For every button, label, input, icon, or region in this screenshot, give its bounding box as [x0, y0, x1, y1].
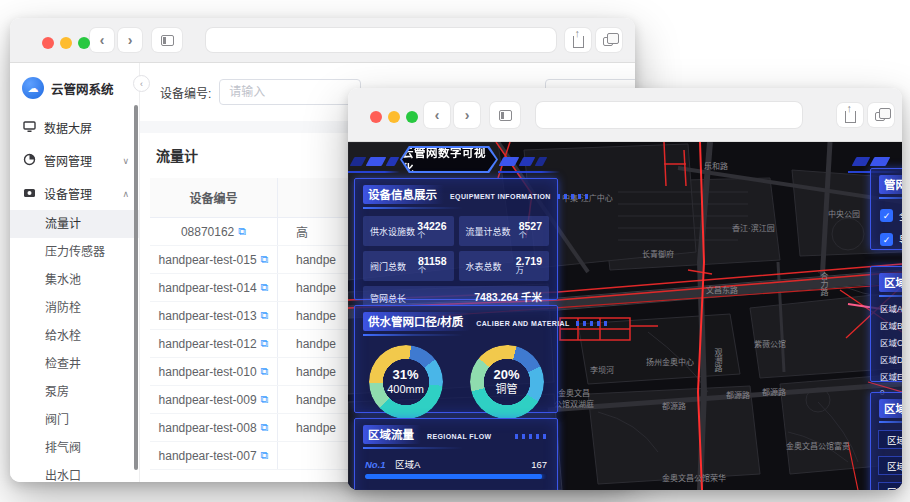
copy-icon[interactable]: ⧉ — [261, 394, 269, 405]
minimize-traffic-light[interactable] — [388, 111, 400, 123]
tabs-button[interactable] — [868, 103, 894, 127]
flow-panel-subtitle: REGIONAL FLOW — [427, 433, 492, 440]
chevron-up-icon: ∧ — [122, 189, 129, 199]
map-label: 都源路 — [762, 386, 786, 397]
legend-label: 区域C — [880, 336, 902, 348]
map-label: 李坝河 — [590, 364, 614, 375]
tabs-icon — [603, 37, 613, 46]
stat-value-wrap: 34226个 — [417, 221, 446, 240]
map-label: 金奥文昌 — [558, 387, 590, 398]
sidebar-scrollbar[interactable] — [134, 105, 138, 470]
sidebar-subitem[interactable]: 集水池 — [10, 266, 139, 294]
regional-flow-panel: 区域流量 REGIONAL FLOW No.1区域A167No.2区域C123 — [354, 418, 558, 490]
close-traffic-light[interactable] — [370, 111, 382, 123]
copy-icon[interactable]: ⧉ — [261, 422, 269, 433]
device-id-cell: handpear-test-015⧉ — [150, 253, 277, 267]
address-bar[interactable] — [206, 28, 556, 52]
legend-label: 区域A — [880, 302, 902, 314]
region-row[interactable]: 区域B — [878, 430, 902, 449]
chevron-down-icon: ∨ — [122, 156, 129, 166]
device-id-cell: handpear-test-008⧉ — [150, 421, 277, 435]
device-id-label: 设备编号: — [160, 84, 211, 101]
donut-percent: 31% — [392, 367, 418, 383]
copy-icon[interactable]: ⧉ — [261, 282, 269, 293]
copy-icon[interactable]: ⧉ — [261, 338, 269, 349]
sidebar-item-1[interactable]: 数据大屏 — [10, 111, 139, 144]
sidebar-item-label: 设备管理 — [44, 185, 92, 202]
sidebar-item-3[interactable]: 设备管理∧ — [10, 177, 139, 210]
sidebar-subitem[interactable]: 流量计 — [10, 210, 139, 238]
front-browser-chrome: ‹ › — [348, 88, 902, 142]
share-button[interactable] — [837, 103, 863, 127]
legend-label: 区域E — [880, 370, 902, 382]
maximize-traffic-light[interactable] — [78, 37, 90, 49]
donut-chart: 31%400mm — [369, 345, 443, 419]
back-browser-chrome: ‹ › — [10, 18, 635, 63]
pipe-layers-panel: 管网图 ✓全选✓导入 — [870, 168, 902, 250]
map-label: 中央公园 — [828, 208, 860, 219]
equipment-panel-subtitle: EQUIPMENT INFORMATION — [450, 193, 551, 200]
flow-region-name: 区域C — [395, 487, 421, 490]
stat-cell: 阀门总数81158个 — [363, 251, 454, 281]
back-button[interactable]: ‹ — [424, 102, 450, 128]
equipment-info-panel: 设备信息展示 EQUIPMENT INFORMATION 供水设施数34226个… — [354, 178, 558, 300]
checkbox-checked-icon[interactable]: ✓ — [880, 233, 893, 246]
decor-dashes-icon — [576, 321, 610, 326]
layer-checkbox-row[interactable]: ✓全选 — [880, 208, 902, 223]
copy-icon[interactable]: ⧉ — [261, 366, 269, 377]
share-button[interactable] — [565, 28, 591, 52]
sidebar-collapse-button[interactable]: ‹ — [133, 75, 150, 92]
sidebar-subitem[interactable]: 出水口 — [10, 462, 139, 482]
flow-bar — [365, 474, 547, 479]
copy-icon[interactable]: ⧉ — [261, 254, 269, 265]
sidebar-toggle-button[interactable] — [152, 28, 182, 52]
sidebar-subitem[interactable]: 排气阀 — [10, 434, 139, 462]
region-row[interactable]: 区域C — [878, 456, 902, 475]
share-icon — [573, 36, 584, 48]
sidebar-subitem[interactable]: 消防栓 — [10, 294, 139, 322]
flow-row: No.2区域C123 — [365, 487, 547, 490]
sidebar-subitem[interactable]: 泵房 — [10, 378, 139, 406]
sidebar-toggle-button[interactable] — [490, 102, 520, 128]
sidebar-item-2[interactable]: 管网管理∨ — [10, 144, 139, 177]
stat-unit: 个 — [418, 267, 447, 275]
donut-name: 400mm — [387, 383, 424, 397]
device-id-cell: handpear-test-009⧉ — [150, 393, 277, 407]
screen-icon — [23, 120, 36, 136]
copy-icon[interactable]: ⧉ — [261, 450, 269, 461]
stat-unit: 个 — [417, 232, 446, 240]
close-traffic-light[interactable] — [42, 37, 54, 49]
region-row[interactable]: 区域D — [878, 482, 902, 490]
flow-panel-title: 区域流量 — [363, 425, 421, 444]
back-button[interactable]: ‹ — [90, 28, 114, 52]
stat-value-wrap: 81158个 — [418, 256, 447, 275]
sidebar-subitem[interactable]: 阀门 — [10, 406, 139, 434]
share-icon — [845, 111, 856, 123]
maximize-traffic-light[interactable] — [406, 111, 418, 123]
flow-value: 123 — [531, 489, 547, 491]
flow-rank: No.2 — [365, 489, 395, 491]
cloud-logo-icon: ☁ — [22, 77, 44, 99]
layer-checkbox-row[interactable]: ✓导入 — [880, 232, 902, 247]
layers-panel-title: 管网图 — [879, 175, 902, 194]
forward-button[interactable]: › — [118, 28, 142, 52]
minimize-traffic-light[interactable] — [60, 37, 72, 49]
decor-dashes-icon — [557, 194, 591, 199]
map-label: 公馆双湖庭 — [554, 398, 594, 409]
flow-bar-fill — [365, 474, 542, 479]
stat-label: 管网总长 — [370, 292, 474, 305]
sidebar-subitem[interactable]: 压力传感器 — [10, 238, 139, 266]
legend-row: 区域A — [880, 302, 902, 314]
sidebar-subitem[interactable]: 给水栓 — [10, 322, 139, 350]
address-bar[interactable] — [536, 102, 802, 128]
tabs-button[interactable] — [596, 28, 622, 52]
forward-button[interactable]: › — [454, 102, 480, 128]
copy-icon[interactable]: ⧉ — [261, 310, 269, 321]
stat-cell: 流量计总数8527个 — [459, 216, 550, 246]
stat-label: 阀门总数 — [370, 260, 418, 273]
device-id-input[interactable] — [219, 79, 361, 105]
copy-icon[interactable]: ⧉ — [238, 226, 246, 237]
sidebar-subitem[interactable]: 检查井 — [10, 350, 139, 378]
checkbox-checked-icon[interactable]: ✓ — [880, 209, 893, 222]
regions-panel-title: 区域流 — [879, 399, 902, 418]
